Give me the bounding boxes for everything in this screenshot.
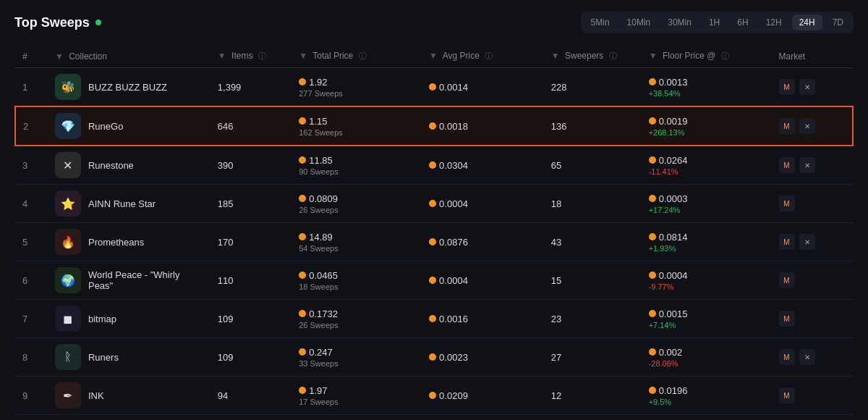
market-x-icon[interactable]: ✕	[799, 157, 815, 173]
sweepers-cell: 27	[544, 338, 642, 377]
sweepers-cell: 23	[544, 300, 642, 338]
market-me-icon[interactable]: M	[779, 118, 795, 134]
collection-name: INK	[88, 390, 104, 401]
items-info-icon: ⓘ	[258, 51, 266, 60]
collection-cell: ⭐ AINN Rune Star	[48, 185, 210, 223]
table-row[interactable]: 10 🐕 DogePunks 86 0.3665 27 Sweeps	[15, 415, 853, 421]
collection-cell: 💎 RuneGo	[48, 106, 210, 146]
floor-price-cell: 0.0003 +17.24%	[642, 185, 772, 223]
avg-price-cell: 0.0876	[422, 223, 544, 261]
collection-cell: ✒ INK	[48, 377, 210, 415]
floor-price-value: 0.0196	[659, 385, 688, 396]
avg-btc-dot	[429, 122, 436, 130]
total-price-value: 1.92	[309, 77, 327, 88]
table-row[interactable]: 9 ✒ INK 94 1.97 17 Sweeps 0.0209	[15, 377, 853, 415]
filter-24h[interactable]: 24H	[792, 14, 822, 30]
total-price-cell: 0.1732 26 Sweeps	[292, 300, 422, 338]
market-me-icon[interactable]: M	[779, 349, 795, 365]
total-price-cell: 0.0809 26 Sweeps	[292, 185, 422, 223]
total-info-icon: ⓘ	[359, 51, 367, 60]
avg-price-cell: 0.0004	[422, 185, 544, 223]
table-row[interactable]: 2 💎 RuneGo 646 1.15 162 Sweeps 0.00	[15, 106, 853, 146]
market-cell: M✕	[772, 68, 853, 107]
rank-cell: 10	[15, 415, 48, 421]
avg-price-value: 0.0018	[439, 121, 468, 132]
total-price-sub: 33 Sweeps	[299, 359, 414, 368]
floor-info-icon: ⓘ	[721, 51, 729, 60]
collection-cell: ᚱ Runers	[48, 338, 210, 377]
rank-cell: 1	[15, 68, 48, 107]
market-me-icon[interactable]: M	[779, 311, 795, 327]
total-price-sub: 17 Sweeps	[299, 398, 414, 406]
filter-30min[interactable]: 30Min	[660, 14, 699, 30]
total-price-sub: 18 Sweeps	[299, 282, 414, 291]
table-row[interactable]: 7 ◼ bitmap 109 0.1732 26 Sweeps 0.00	[15, 300, 853, 338]
table-row[interactable]: 4 ⭐ AINN Rune Star 185 0.0809 26 Sweeps	[15, 185, 853, 223]
btc-dot	[299, 117, 306, 125]
filter-1h[interactable]: 1H	[702, 14, 727, 30]
floor-price-cell: 0.0013 +38.54%	[642, 68, 772, 107]
market-me-icon[interactable]: M	[779, 157, 795, 173]
floor-price-cell: 0.0814 +1.93%	[642, 223, 772, 261]
total-price-cell: 1.15 162 Sweeps	[292, 106, 422, 146]
table-row[interactable]: 6 🌍 World Peace - "Whirly Peas" 110 0.04…	[15, 261, 853, 300]
avg-btc-dot	[429, 277, 436, 284]
market-me-icon[interactable]: M	[779, 387, 795, 403]
sweepers-cell: 12	[544, 377, 642, 415]
sweepers-cell: 15	[544, 261, 642, 300]
floor-sort-icon: ▼	[649, 51, 658, 61]
market-x-icon[interactable]: ✕	[799, 349, 815, 365]
collection-avatar: 💎	[55, 113, 81, 139]
items-cell: 390	[210, 146, 292, 185]
avg-price-value: 0.0014	[439, 82, 468, 93]
col-sweepers: ▼ Sweepers ⓘ	[544, 45, 642, 68]
floor-price-value: 0.0019	[659, 116, 688, 127]
avg-price-value: 0.0023	[439, 352, 468, 363]
filter-10min[interactable]: 10Min	[620, 14, 658, 30]
table-body: 1 🐝 BUZZ BUZZ BUZZ 1,399 1.92 277 Sweeps	[15, 68, 853, 421]
total-price-sub: 277 Sweeps	[299, 89, 414, 98]
market-me-icon[interactable]: M	[779, 79, 795, 95]
market-x-icon[interactable]: ✕	[799, 118, 815, 134]
floor-btc-dot	[649, 387, 656, 394]
col-rank: #	[15, 45, 48, 68]
market-me-icon[interactable]: M	[779, 234, 795, 250]
floor-change: +38.54%	[649, 89, 765, 98]
items-sort-icon: ▼	[218, 51, 226, 61]
table-row[interactable]: 5 🔥 Prometheans 170 14.89 54 Sweeps	[15, 223, 853, 261]
floor-change: -11.41%	[649, 167, 765, 176]
rank-cell: 4	[15, 185, 48, 223]
filter-7d[interactable]: 7D	[825, 14, 851, 30]
total-price-sub: 26 Sweeps	[299, 321, 414, 329]
market-x-icon[interactable]: ✕	[799, 234, 815, 250]
filter-12h[interactable]: 12H	[759, 14, 789, 30]
avg-btc-dot	[429, 200, 436, 207]
floor-price-value: 0.0814	[659, 232, 688, 243]
filter-5min[interactable]: 5Min	[584, 14, 617, 30]
time-filter-group: 5Min 10Min 30Min 1H 6H 12H 24H 7D	[581, 12, 854, 33]
floor-btc-dot	[649, 348, 656, 356]
collection-name: bitmap	[88, 314, 116, 324]
avg-price-cell: 0.0016	[422, 300, 544, 338]
collection-name: Prometheans	[88, 237, 144, 248]
market-cell: M✕	[772, 146, 853, 185]
sweepers-sort-icon: ▼	[551, 51, 560, 61]
table-row[interactable]: 1 🐝 BUZZ BUZZ BUZZ 1,399 1.92 277 Sweeps	[15, 68, 853, 107]
total-price-sub: 90 Sweeps	[299, 167, 414, 176]
table-row[interactable]: 3 ✕ Runestone 390 11.85 90 Sweeps 0.	[15, 146, 853, 185]
btc-dot	[299, 195, 306, 202]
market-me-icon[interactable]: M	[779, 272, 795, 288]
avg-btc-dot	[429, 353, 436, 361]
table-row[interactable]: 8 ᚱ Runers 109 0.247 33 Sweeps 0.002	[15, 338, 853, 377]
collection-name: Runers	[88, 352, 119, 363]
avg-price-value: 0.0304	[439, 160, 468, 171]
avg-price-cell: 0.0014	[422, 68, 544, 107]
market-me-icon[interactable]: M	[779, 196, 795, 211]
btc-dot	[299, 78, 306, 85]
rank-cell: 2	[15, 106, 48, 146]
collection-avatar: ◼	[55, 306, 81, 332]
floor-change: -9.77%	[649, 282, 765, 291]
filter-6h[interactable]: 6H	[730, 14, 755, 30]
avg-price-value: 0.0016	[439, 314, 468, 324]
market-x-icon[interactable]: ✕	[799, 79, 815, 95]
